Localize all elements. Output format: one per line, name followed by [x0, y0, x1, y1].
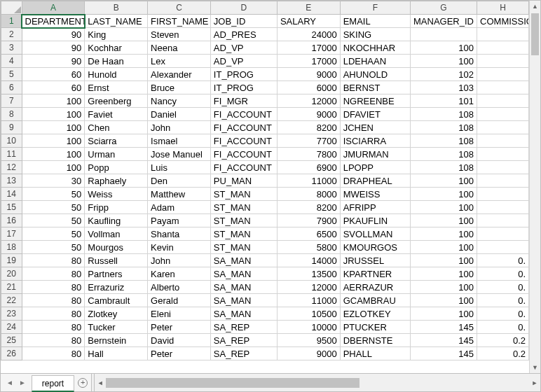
cell[interactable]: 13500	[277, 267, 340, 281]
cell[interactable]: 11000	[277, 174, 340, 188]
cell[interactable]: JCHEN	[340, 121, 410, 134]
cell[interactable]: 80	[22, 334, 85, 347]
cell[interactable]: 80	[22, 307, 85, 321]
cell[interactable]: EMAIL	[340, 15, 410, 28]
cell[interactable]: Vollman	[85, 227, 148, 241]
cell[interactable]: 7700	[277, 134, 340, 148]
cell[interactable]: Faviet	[85, 108, 148, 121]
cell[interactable]: Zlotkey	[85, 307, 148, 321]
sheet-tabs[interactable]: report	[32, 374, 74, 391]
cell[interactable]	[477, 188, 529, 201]
cell[interactable]: AD_PRES	[210, 28, 277, 41]
row[interactable]: 11100UrmanJose ManuelFI_ACCOUNT7800JMURM…	[1, 148, 529, 161]
cell[interactable]	[477, 94, 529, 108]
row[interactable]: 2280CambraultGeraldSA_MAN11000GCAMBRAU10…	[1, 294, 529, 307]
row-header-18[interactable]: 18	[1, 241, 22, 254]
cell[interactable]: 100	[411, 188, 477, 201]
cell[interactable]: Popp	[85, 161, 148, 174]
cell[interactable]: 108	[411, 148, 477, 161]
tab-prev-icon[interactable]: ◄	[5, 379, 15, 386]
cell[interactable]: 100	[22, 94, 85, 108]
cell[interactable]: NKOCHHAR	[340, 41, 410, 55]
row[interactable]: 390KochharNeenaAD_VP17000NKOCHHAR100	[1, 41, 529, 55]
row[interactable]: 10100SciarraIsmaelFI_ACCOUNT7700ISCIARRA…	[1, 134, 529, 148]
cell[interactable]: KPARTNER	[340, 267, 410, 281]
cell[interactable]: 24000	[277, 28, 340, 41]
cell[interactable]	[477, 28, 529, 41]
column-header-E[interactable]: E	[277, 1, 340, 15]
cell[interactable]: FI_MGR	[210, 94, 277, 108]
row[interactable]: 9100ChenJohnFI_ACCOUNT8200JCHEN108	[1, 121, 529, 134]
select-all-corner[interactable]	[1, 1, 22, 15]
row[interactable]: 2580BernsteinDavidSA_REP9500DBERNSTE1450…	[1, 334, 529, 347]
cell[interactable]: Neena	[148, 41, 211, 55]
row[interactable]: 7100GreenbergNancyFI_MGR12000NGREENBE101	[1, 94, 529, 108]
cell[interactable]: 100	[411, 55, 477, 68]
cell[interactable]: DBERNSTE	[340, 334, 410, 347]
cell[interactable]: King	[85, 28, 148, 41]
sheet-tab-report[interactable]: report	[32, 375, 74, 392]
cell[interactable]: 14000	[277, 254, 340, 267]
cell[interactable]: Tucker	[85, 321, 148, 334]
cell[interactable]: 100	[411, 41, 477, 55]
cell[interactable]: John	[148, 121, 211, 134]
row[interactable]: 1850MourgosKevinST_MAN5800KMOURGOS100	[1, 241, 529, 254]
cell[interactable]: David	[148, 334, 211, 347]
cell[interactable]: 145	[411, 321, 477, 334]
cell[interactable]: 108	[411, 134, 477, 148]
row-header-13[interactable]: 13	[1, 174, 22, 188]
scroll-right-arrow-icon[interactable]: ►	[529, 379, 540, 386]
cell[interactable]: SA_REP	[210, 334, 277, 347]
cell[interactable]: Errazuriz	[85, 281, 148, 294]
cell[interactable]: 100	[411, 241, 477, 254]
cell[interactable]: Eleni	[148, 307, 211, 321]
cell[interactable]: 100	[411, 281, 477, 294]
row[interactable]: 12100PoppLuisFI_ACCOUNT6900LPOPP108	[1, 161, 529, 174]
vertical-scroll-thumb[interactable]	[531, 13, 539, 55]
cell[interactable]: SA_MAN	[210, 267, 277, 281]
cell[interactable]	[477, 81, 529, 94]
cell[interactable]: SVOLLMAN	[340, 227, 410, 241]
cell[interactable]: 9000	[277, 68, 340, 81]
row-header-22[interactable]: 22	[1, 294, 22, 307]
scroll-up-arrow-icon[interactable]: ▲	[530, 1, 540, 12]
cell[interactable]: BERNST	[340, 81, 410, 94]
column-header-A[interactable]: A	[22, 1, 85, 15]
cell[interactable]: Matthew	[148, 188, 211, 201]
row[interactable]: 2380ZlotkeyEleniSA_MAN10500EZLOTKEY1000.	[1, 307, 529, 321]
row[interactable]: 290KingStevenAD_PRES24000SKING	[1, 28, 529, 41]
cell[interactable]: Shanta	[148, 227, 211, 241]
cell[interactable]	[477, 201, 529, 214]
cell[interactable]: 90	[22, 55, 85, 68]
cell[interactable]: 60	[22, 68, 85, 81]
row[interactable]: 490De HaanLexAD_VP17000LDEHAAN100	[1, 55, 529, 68]
cell[interactable]: AD_VP	[210, 41, 277, 55]
column-header-D[interactable]: D	[210, 1, 277, 15]
column-header-row[interactable]: ABCDEFGH	[1, 1, 529, 15]
cell[interactable]: 9000	[277, 108, 340, 121]
row[interactable]: 2080PartnersKarenSA_MAN13500KPARTNER1000…	[1, 267, 529, 281]
cell[interactable]: 80	[22, 347, 85, 360]
cell[interactable]: 0.	[477, 254, 529, 267]
cell[interactable]: 80	[22, 267, 85, 281]
cell[interactable]: 50	[22, 241, 85, 254]
cell[interactable]	[477, 241, 529, 254]
row-header-20[interactable]: 20	[1, 267, 22, 281]
cell[interactable]	[477, 148, 529, 161]
cell[interactable]: FI_ACCOUNT	[210, 121, 277, 134]
cell[interactable]: PU_MAN	[210, 174, 277, 188]
cell[interactable]: DFAVIET	[340, 108, 410, 121]
row-header-21[interactable]: 21	[1, 281, 22, 294]
cell[interactable]: 0.	[477, 321, 529, 334]
cell[interactable]: 6000	[277, 81, 340, 94]
cell[interactable]: Greenberg	[85, 94, 148, 108]
cell[interactable]: FI_ACCOUNT	[210, 134, 277, 148]
cell[interactable]: 100	[22, 121, 85, 134]
column-header-F[interactable]: F	[340, 1, 410, 15]
cell[interactable]: DEPARTMENT_ID	[22, 15, 85, 28]
tab-nav[interactable]: ◄ ►	[1, 374, 32, 391]
cell[interactable]: Partners	[85, 267, 148, 281]
add-sheet-button[interactable]: +	[74, 374, 91, 391]
cell[interactable]: PTUCKER	[340, 321, 410, 334]
cell[interactable]: Raphaely	[85, 174, 148, 188]
